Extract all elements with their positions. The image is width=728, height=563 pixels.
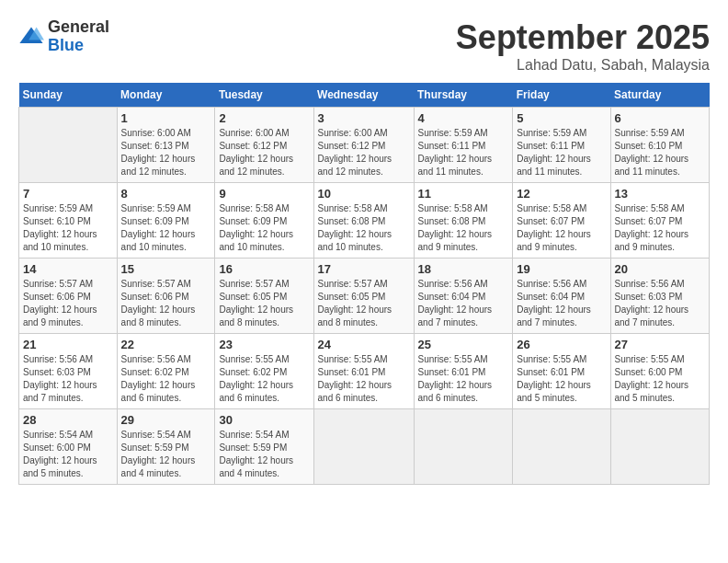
day-info: Sunrise: 5:57 AMSunset: 6:06 PMDaylight:… [121,278,211,329]
calendar-cell: 20Sunrise: 5:56 AMSunset: 6:03 PMDayligh… [610,259,710,334]
day-info: Sunrise: 5:59 AMSunset: 6:09 PMDaylight:… [121,202,211,254]
calendar-table: SundayMondayTuesdayWednesdayThursdayFrid… [18,83,710,485]
day-info: Sunrise: 5:57 AMSunset: 6:05 PMDaylight:… [318,278,410,329]
day-number: 7 [23,187,113,201]
calendar-header: SundayMondayTuesdayWednesdayThursdayFrid… [19,83,710,108]
logo-text: General Blue [48,18,109,55]
day-info: Sunrise: 5:56 AMSunset: 6:03 PMDaylight:… [615,278,706,329]
day-info: Sunrise: 5:59 AMSunset: 6:10 PMDaylight:… [23,202,113,254]
calendar-cell: 19Sunrise: 5:56 AMSunset: 6:04 PMDayligh… [513,259,610,334]
calendar-cell: 25Sunrise: 5:55 AMSunset: 6:01 PMDayligh… [414,334,513,409]
calendar-cell: 21Sunrise: 5:56 AMSunset: 6:03 PMDayligh… [19,334,118,409]
day-number: 8 [121,187,211,201]
day-info: Sunrise: 5:56 AMSunset: 6:02 PMDaylight:… [121,353,211,405]
calendar-cell: 7Sunrise: 5:59 AMSunset: 6:10 PMDaylight… [19,183,118,259]
day-number: 2 [219,111,309,125]
calendar-cell: 29Sunrise: 5:54 AMSunset: 5:59 PMDayligh… [117,409,215,485]
day-info: Sunrise: 6:00 AMSunset: 6:13 PMDaylight:… [121,127,211,178]
day-number: 23 [219,338,309,351]
calendar-week-3: 14Sunrise: 5:57 AMSunset: 6:06 PMDayligh… [19,259,710,334]
day-info: Sunrise: 5:54 AMSunset: 5:59 PMDaylight:… [121,429,211,480]
day-number: 29 [121,413,211,427]
day-info: Sunrise: 5:58 AMSunset: 6:09 PMDaylight:… [219,202,309,254]
calendar-cell: 26Sunrise: 5:55 AMSunset: 6:01 PMDayligh… [513,334,610,409]
day-number: 22 [121,338,211,351]
day-info: Sunrise: 5:58 AMSunset: 6:08 PMDaylight:… [318,202,410,254]
day-info: Sunrise: 5:59 AMSunset: 6:11 PMDaylight:… [517,127,606,178]
day-info: Sunrise: 5:55 AMSunset: 6:01 PMDaylight:… [418,353,509,405]
day-number: 21 [23,338,113,351]
day-number: 3 [318,111,410,125]
calendar-week-5: 28Sunrise: 5:54 AMSunset: 6:00 PMDayligh… [19,409,710,485]
day-info: Sunrise: 5:59 AMSunset: 6:11 PMDaylight:… [418,127,509,178]
calendar-cell: 13Sunrise: 5:58 AMSunset: 6:07 PMDayligh… [610,183,710,259]
day-number: 4 [418,111,509,125]
calendar-cell: 8Sunrise: 5:59 AMSunset: 6:09 PMDaylight… [117,183,215,259]
calendar-week-1: 1Sunrise: 6:00 AMSunset: 6:13 PMDaylight… [19,108,710,183]
calendar-cell: 10Sunrise: 5:58 AMSunset: 6:08 PMDayligh… [313,183,414,259]
calendar-cell [513,409,610,485]
day-info: Sunrise: 5:55 AMSunset: 6:02 PMDaylight:… [219,353,309,405]
calendar-body: 1Sunrise: 6:00 AMSunset: 6:13 PMDaylight… [19,108,710,485]
calendar-cell: 2Sunrise: 6:00 AMSunset: 6:12 PMDaylight… [215,108,313,183]
weekday-header-sunday: Sunday [19,83,118,108]
page-header: General Blue September 2025 Lahad Datu, … [18,18,710,74]
day-number: 16 [219,262,309,276]
calendar-cell: 16Sunrise: 5:57 AMSunset: 6:05 PMDayligh… [215,259,313,334]
calendar-cell: 24Sunrise: 5:55 AMSunset: 6:01 PMDayligh… [313,334,414,409]
logo: General Blue [18,18,109,55]
day-info: Sunrise: 5:55 AMSunset: 6:01 PMDaylight:… [517,353,606,405]
day-info: Sunrise: 5:58 AMSunset: 6:07 PMDaylight:… [517,202,606,254]
day-info: Sunrise: 5:57 AMSunset: 6:06 PMDaylight:… [23,278,113,329]
calendar-cell [610,409,710,485]
day-number: 27 [615,338,706,351]
day-number: 30 [219,413,309,427]
weekday-header-saturday: Saturday [610,83,710,108]
day-info: Sunrise: 5:55 AMSunset: 6:01 PMDaylight:… [318,353,410,405]
month-title: September 2025 [456,18,710,57]
day-number: 26 [517,338,606,351]
weekday-header-wednesday: Wednesday [313,83,414,108]
calendar-cell: 22Sunrise: 5:56 AMSunset: 6:02 PMDayligh… [117,334,215,409]
day-number: 9 [219,187,309,201]
day-number: 13 [615,187,706,201]
calendar-cell: 6Sunrise: 5:59 AMSunset: 6:10 PMDaylight… [610,108,710,183]
day-number: 17 [318,262,410,276]
calendar-cell: 18Sunrise: 5:56 AMSunset: 6:04 PMDayligh… [414,259,513,334]
calendar-cell: 1Sunrise: 6:00 AMSunset: 6:13 PMDaylight… [117,108,215,183]
calendar-cell [19,108,118,183]
calendar-cell: 17Sunrise: 5:57 AMSunset: 6:05 PMDayligh… [313,259,414,334]
calendar-week-4: 21Sunrise: 5:56 AMSunset: 6:03 PMDayligh… [19,334,710,409]
logo-general: General [48,18,109,37]
calendar-cell: 15Sunrise: 5:57 AMSunset: 6:06 PMDayligh… [117,259,215,334]
weekday-header-monday: Monday [117,83,215,108]
day-number: 11 [418,187,509,201]
calendar-cell: 27Sunrise: 5:55 AMSunset: 6:00 PMDayligh… [610,334,710,409]
calendar-cell: 28Sunrise: 5:54 AMSunset: 6:00 PMDayligh… [19,409,118,485]
day-info: Sunrise: 5:58 AMSunset: 6:07 PMDaylight:… [615,202,706,254]
day-number: 28 [23,413,113,427]
day-number: 24 [318,338,410,351]
day-info: Sunrise: 5:56 AMSunset: 6:04 PMDaylight:… [517,278,606,329]
calendar-cell: 30Sunrise: 5:54 AMSunset: 5:59 PMDayligh… [215,409,313,485]
day-info: Sunrise: 5:56 AMSunset: 6:04 PMDaylight:… [418,278,509,329]
day-number: 20 [615,262,706,276]
calendar-cell: 5Sunrise: 5:59 AMSunset: 6:11 PMDaylight… [513,108,610,183]
day-info: Sunrise: 5:59 AMSunset: 6:10 PMDaylight:… [615,127,706,178]
day-number: 25 [418,338,509,351]
calendar-cell: 11Sunrise: 5:58 AMSunset: 6:08 PMDayligh… [414,183,513,259]
calendar-cell: 4Sunrise: 5:59 AMSunset: 6:11 PMDaylight… [414,108,513,183]
calendar-cell: 23Sunrise: 5:55 AMSunset: 6:02 PMDayligh… [215,334,313,409]
calendar-cell: 14Sunrise: 5:57 AMSunset: 6:06 PMDayligh… [19,259,118,334]
weekday-header-tuesday: Tuesday [215,83,313,108]
day-number: 5 [517,111,606,125]
day-info: Sunrise: 5:54 AMSunset: 5:59 PMDaylight:… [219,429,309,480]
day-info: Sunrise: 6:00 AMSunset: 6:12 PMDaylight:… [219,127,309,178]
day-number: 18 [418,262,509,276]
day-number: 14 [23,262,113,276]
day-info: Sunrise: 5:55 AMSunset: 6:00 PMDaylight:… [615,353,706,405]
calendar-cell: 9Sunrise: 5:58 AMSunset: 6:09 PMDaylight… [215,183,313,259]
logo-blue: Blue [48,37,109,55]
weekday-header-thursday: Thursday [414,83,513,108]
day-info: Sunrise: 5:56 AMSunset: 6:03 PMDaylight:… [23,353,113,405]
